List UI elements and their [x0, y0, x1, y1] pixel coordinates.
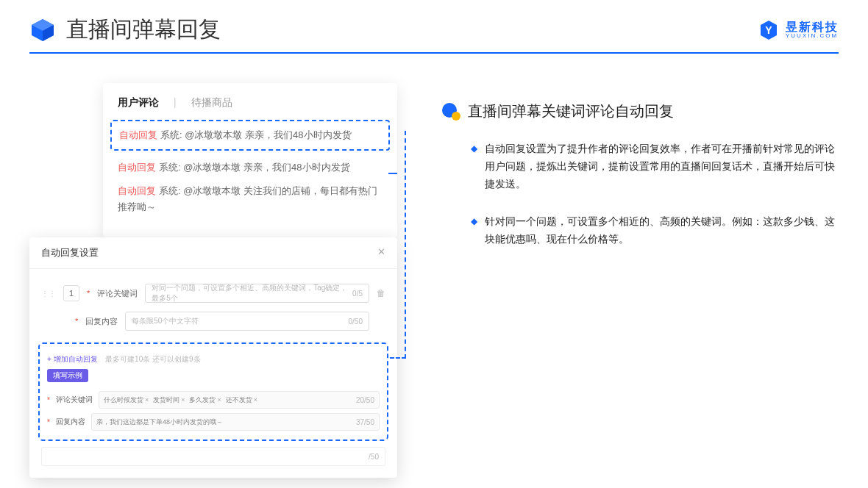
modal-title: 自动回复设置: [41, 246, 99, 259]
example-keyword-label: 评论关键词: [56, 395, 93, 405]
content-row: * 回复内容 每条限50个中文字符 0/50: [29, 307, 397, 335]
example-keyword-row: * 评论关键词 什么时候发货 发货时间 多久发货 还不发货 20/50: [47, 391, 380, 409]
index-box: 1: [63, 285, 79, 301]
header-left: 直播间弹幕回复: [29, 15, 221, 45]
comment-item-highlighted: 自动回复系统: @冰墩墩本墩 亲亲，我们48小时内发货: [110, 120, 390, 151]
connector-line-bottom: [390, 357, 406, 359]
example-content-row: * 回复内容 亲，我们这边都是下单48小时内发货的哦～ 37/50: [47, 413, 380, 431]
tab-user-comments[interactable]: 用户评论: [118, 96, 159, 110]
keyword-label: 评论关键词: [97, 288, 138, 299]
trash-icon[interactable]: 🗑: [377, 288, 385, 298]
bullet-text: 自动回复设置为了提升作者的评论回复效率，作者可在开播前针对常见的评论用户问题，提…: [485, 140, 839, 193]
chat-bubble-icon: [441, 102, 460, 121]
keyword-input[interactable]: 对同一个问题，可设置多个相近、高频的关键词，Tag确定，最多5个 0/5: [145, 284, 369, 303]
comment-item: 自动回复系统: @冰墩墩本墩 关注我们的店铺，每日都有热门推荐呦～: [118, 183, 383, 215]
brand-name-en: YUUXIN.COM: [786, 33, 839, 39]
content-area: 用户评论 | 待播商品 自动回复系统: @冰墩墩本墩 亲亲，我们48小时内发货 …: [0, 54, 868, 269]
add-auto-reply-link[interactable]: + 增加自动回复: [47, 355, 98, 363]
keyword-row: ⋮⋮ 1 * 评论关键词 对同一个问题，可设置多个相近、高频的关键词，Tag确定…: [29, 279, 397, 307]
required-star: *: [75, 317, 78, 326]
auto-reply-tag: 自动回复: [119, 129, 157, 140]
screenshot-area: 用户评论 | 待播商品 自动回复系统: @冰墩墩本墩 亲亲，我们48小时内发货 …: [29, 83, 412, 269]
comment-card: 用户评论 | 待播商品 自动回复系统: @冰墩墩本墩 亲亲，我们48小时内发货 …: [103, 83, 397, 237]
diamond-bullet-icon: ◆: [471, 216, 477, 248]
example-badge: 填写示例: [47, 369, 88, 382]
drag-handle-icon[interactable]: ⋮⋮: [41, 290, 56, 298]
bullet-text: 针对同一个问题，可设置多个相近的、高频的关键词。例如：这款多少钱、这块能优惠吗、…: [485, 213, 839, 248]
comment-item: 自动回复系统: @冰墩墩本墩 亲亲，我们48小时内发货: [118, 159, 383, 176]
svg-point-5: [452, 112, 460, 121]
auto-reply-tag: 自动回复: [118, 162, 156, 173]
page-header: 直播间弹幕回复 Y 昱新科技 YUUXIN.COM: [0, 0, 868, 52]
tag: 什么时候发货: [104, 395, 149, 405]
description-area: 直播间弹幕关键词评论自动回复 ◆ 自动回复设置为了提升作者的评论回复效率，作者可…: [441, 83, 839, 269]
close-icon[interactable]: ✕: [377, 246, 385, 259]
example-content-label: 回复内容: [56, 417, 85, 427]
cube-icon: [29, 17, 56, 43]
example-keyword-input[interactable]: 什么时候发货 发货时间 多久发货 还不发货 20/50: [99, 391, 380, 409]
comment-tabs: 用户评论 | 待播商品: [118, 96, 383, 110]
modal-header: 自动回复设置 ✕: [29, 237, 397, 269]
tab-separator: |: [174, 96, 177, 110]
bullet-item: ◆ 针对同一个问题，可设置多个相近的、高频的关键词。例如：这款多少钱、这块能优惠…: [441, 213, 839, 248]
brand-logo-icon: Y: [758, 19, 780, 41]
content-input[interactable]: 每条限50个中文字符 0/50: [125, 312, 369, 331]
section-title: 直播间弹幕关键词评论自动回复: [468, 101, 674, 121]
required-star: *: [47, 418, 50, 426]
section-title-row: 直播间弹幕关键词评论自动回复: [441, 101, 839, 121]
tag: 多久发货: [189, 395, 221, 405]
example-content-input[interactable]: 亲，我们这边都是下单48小时内发货的哦～ 37/50: [91, 413, 380, 431]
brand-logo: Y 昱新科技 YUUXIN.COM: [758, 19, 839, 41]
bullet-item: ◆ 自动回复设置为了提升作者的评论回复效率，作者可在开播前针对常见的评论用户问题…: [441, 140, 839, 193]
auto-reply-settings-modal: 自动回复设置 ✕ ⋮⋮ 1 * 评论关键词 对同一个问题，可设置多个相近、高频的…: [29, 237, 397, 478]
auto-reply-tag: 自动回复: [118, 185, 156, 196]
svg-text:Y: Y: [765, 24, 772, 36]
required-star: *: [47, 396, 50, 404]
required-star: *: [87, 289, 90, 298]
connector-line-vertical: [405, 131, 406, 359]
brand-name-cn: 昱新科技: [786, 21, 839, 33]
tag: 发货时间: [153, 395, 185, 405]
bottom-input-placeholder[interactable]: /50: [41, 447, 385, 466]
example-box: + 增加自动回复 最多可建10条 还可以创建9条 填写示例 * 评论关键词 什么…: [38, 342, 388, 441]
add-hint: 最多可建10条 还可以创建9条: [105, 355, 200, 363]
diamond-bullet-icon: ◆: [471, 143, 477, 193]
content-label: 回复内容: [85, 316, 118, 327]
page-title: 直播间弹幕回复: [66, 15, 221, 45]
tab-pending-products[interactable]: 待播商品: [191, 96, 232, 110]
connector-line: [388, 173, 397, 174]
tag: 还不发货: [226, 395, 257, 405]
